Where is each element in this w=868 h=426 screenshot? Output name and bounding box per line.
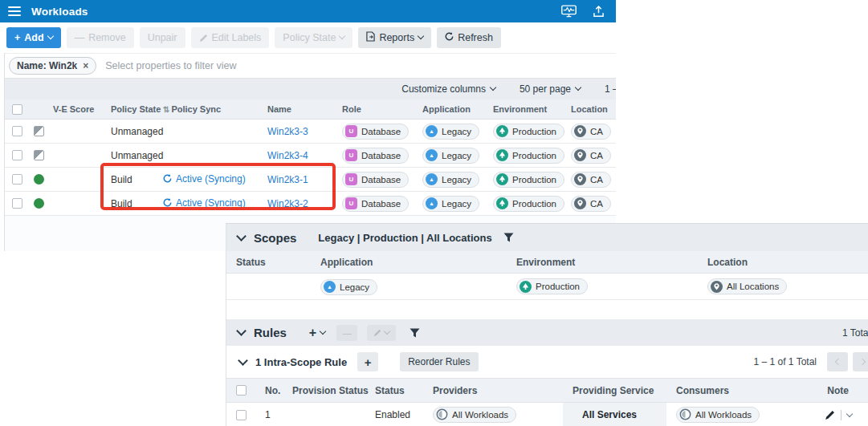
pencil-icon <box>373 329 381 337</box>
environment-badge[interactable]: Production <box>516 278 588 294</box>
row-checkbox[interactable] <box>236 410 247 420</box>
application-badge[interactable]: ▲Legacy <box>422 196 479 212</box>
edit-labels-button[interactable]: Edit Labels <box>191 27 270 48</box>
chevron-down-icon[interactable] <box>238 355 248 366</box>
close-icon[interactable]: × <box>83 60 88 71</box>
workload-name-link[interactable]: Win2k3-2 <box>267 198 308 209</box>
col-header-name: Name <box>262 104 336 114</box>
col-header-note: Note <box>804 385 868 396</box>
table-row: Unmanaged Win2k3-4 UDatabase ▲Legacy Pro… <box>5 144 616 168</box>
edit-pencil-icon[interactable] <box>825 410 835 420</box>
policy-state-cell: Unmanaged <box>105 150 157 161</box>
workload-name-link[interactable]: Win2k3-3 <box>267 126 308 137</box>
col-header-provision-status: Provision Status <box>283 385 365 396</box>
add-rule-dropdown[interactable]: + <box>309 326 325 340</box>
row-checkbox[interactable] <box>12 126 22 136</box>
chevron-down-icon <box>320 327 326 334</box>
edit-rule-button[interactable] <box>367 325 396 341</box>
row-checkbox[interactable] <box>12 150 22 160</box>
location-pin-icon <box>711 281 723 293</box>
environment-badge[interactable]: Production <box>493 172 564 188</box>
remove-rule-button[interactable]: — <box>336 325 357 341</box>
customize-columns-dropdown[interactable]: Customize columns <box>401 83 495 95</box>
filter-funnel-icon[interactable] <box>410 328 420 338</box>
ruleset-detail-panel: Scopes Legacy | Production | All Locatio… <box>226 223 868 426</box>
remove-button[interactable]: — Remove <box>67 27 134 48</box>
chevron-down-icon[interactable] <box>236 231 247 241</box>
policy-state-cell: Build <box>105 198 157 209</box>
workloads-toolbar: + Add — Remove Unpair Edit Labels Policy… <box>0 22 616 53</box>
plus-icon: + <box>309 326 316 340</box>
environment-label-icon <box>496 173 508 185</box>
col-header-policy-state: Policy State <box>105 104 157 114</box>
policy-sync-status[interactable]: Active (Syncing) <box>163 197 246 209</box>
add-button[interactable]: + Add <box>6 27 61 48</box>
chevron-left-icon <box>835 359 842 365</box>
role-badge[interactable]: UDatabase <box>342 196 409 212</box>
sync-refresh-icon <box>163 174 172 183</box>
scopes-section-header: Scopes Legacy | Production | All Locatio… <box>226 224 868 251</box>
consumers-badge[interactable]: All Workloads <box>676 407 760 423</box>
scopes-row: ▲Legacy Production All Locations <box>226 274 868 300</box>
add-intra-scope-rule-button[interactable]: + <box>357 352 378 371</box>
environment-badge[interactable]: Production <box>493 148 564 164</box>
pagination-label: 1 – 1 of 1 Total <box>753 356 817 367</box>
row-checkbox[interactable] <box>12 174 22 185</box>
export-icon[interactable] <box>593 6 604 18</box>
policy-sync-status[interactable]: Active (Syncing) <box>163 173 246 185</box>
col-header-ve-score: V-E Score <box>50 104 105 114</box>
application-label-icon: ▲ <box>426 197 438 209</box>
reorder-rules-button[interactable]: Reorder Rules <box>400 352 478 371</box>
col-header-consumers: Consumers <box>666 385 804 396</box>
filter-tag[interactable]: Name: Win2k × <box>9 57 96 75</box>
divider <box>841 410 842 420</box>
filter-bar[interactable]: Name: Win2k × Select properties to filte… <box>5 53 616 79</box>
select-all-checkbox[interactable] <box>236 385 247 396</box>
environment-badge[interactable]: Production <box>493 124 564 140</box>
rules-pagination: 1 – 1 of 1 Total <box>753 352 868 371</box>
location-badge[interactable]: CA <box>571 172 611 188</box>
next-page-button[interactable] <box>853 352 868 371</box>
scopes-summary: Legacy | Production | All Locations <box>318 232 491 244</box>
per-page-dropdown[interactable]: 50 per page <box>520 83 581 95</box>
chevron-down-icon[interactable] <box>846 411 853 417</box>
unpair-button[interactable]: Unpair <box>140 27 185 48</box>
grid-toolbar: Customize columns 50 per page 1 – <box>5 79 616 99</box>
workloads-table-header: V-E Score Policy State ⇅Policy Sync Name… <box>5 99 616 120</box>
reports-button[interactable]: Reports <box>358 27 431 48</box>
application-badge[interactable]: ▲Legacy <box>422 124 479 140</box>
workload-name-link[interactable]: Win2k3-4 <box>267 150 308 161</box>
select-all-checkbox[interactable] <box>12 104 22 115</box>
app-header: Workloads <box>0 0 616 22</box>
chevron-down-icon[interactable] <box>236 326 247 336</box>
hamburger-menu-icon[interactable] <box>8 4 21 18</box>
role-badge[interactable]: UDatabase <box>342 124 409 140</box>
col-header-providers: Providers <box>423 385 563 396</box>
environment-label-icon <box>520 281 532 293</box>
application-badge[interactable]: ▲Legacy <box>422 172 479 188</box>
application-badge[interactable]: ▲Legacy <box>320 279 377 295</box>
providing-service-cell: All Services <box>563 403 666 426</box>
location-badge[interactable]: CA <box>571 196 611 212</box>
all-services-link[interactable]: All Services <box>573 409 637 420</box>
application-badge[interactable]: ▲Legacy <box>422 148 479 164</box>
col-header-role: Role <box>336 104 417 114</box>
rule-status-cell: Enabled <box>365 409 423 420</box>
workload-name-link[interactable]: Win2k3-1 <box>267 174 308 185</box>
col-header-policy-sync[interactable]: ⇅Policy Sync <box>157 104 262 114</box>
environment-badge[interactable]: Production <box>493 196 564 212</box>
role-badge[interactable]: UDatabase <box>342 148 409 164</box>
location-badge[interactable]: CA <box>571 148 611 164</box>
row-checkbox[interactable] <box>12 198 22 209</box>
filter-funnel-icon[interactable] <box>503 233 514 242</box>
health-monitor-icon[interactable] <box>561 5 577 18</box>
policy-state-button[interactable]: Policy State <box>275 27 352 48</box>
application-label-icon: ▲ <box>426 173 438 185</box>
location-badge[interactable]: All Locations <box>707 278 787 294</box>
providers-badge[interactable]: All Workloads <box>433 407 516 423</box>
previous-page-button[interactable] <box>827 352 848 371</box>
environment-label-icon <box>496 125 508 137</box>
refresh-button[interactable]: Refresh <box>437 27 501 48</box>
location-badge[interactable]: CA <box>571 124 611 140</box>
role-badge[interactable]: UDatabase <box>342 172 409 188</box>
